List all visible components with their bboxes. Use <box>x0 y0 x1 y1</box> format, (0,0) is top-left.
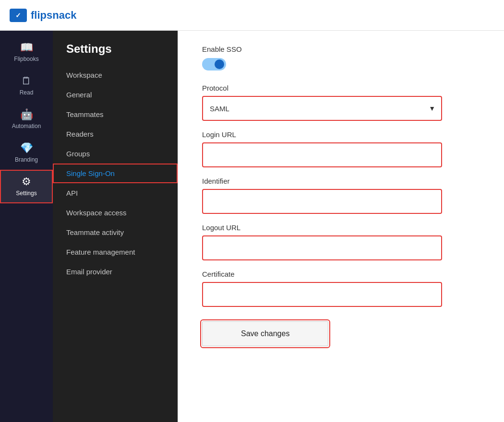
identifier-label: Identifier <box>202 177 442 185</box>
sidebar-item-automation[interactable]: 🤖 Automation <box>0 103 53 136</box>
logo-icon <box>10 9 27 22</box>
sidebar-item-read[interactable]: 🗒 Read <box>0 69 53 103</box>
save-changes-button[interactable]: Save changes <box>202 321 328 346</box>
protocol-field: Protocol SAML OAuth LDAP ▼ <box>202 84 442 121</box>
flipbooks-icon: 📖 <box>20 42 33 53</box>
enable-sso-label: Enable SSO <box>202 45 442 53</box>
save-button-wrapper: Save changes <box>202 321 328 346</box>
automation-icon: 🤖 <box>20 109 33 120</box>
menu-item-api[interactable]: API <box>53 183 178 203</box>
settings-icon: ⚙ <box>22 176 31 187</box>
certificate-input[interactable] <box>202 282 442 307</box>
sidebar-item-branding[interactable]: 💎 Branding <box>0 136 53 170</box>
logout-url-label: Logout URL <box>202 223 442 232</box>
logout-url-field: Logout URL <box>202 223 442 260</box>
menu-item-email-provider[interactable]: Email provider <box>53 262 178 281</box>
flipbooks-label: Flipbooks <box>14 56 38 62</box>
menu-item-teammates[interactable]: Teammates <box>53 105 178 124</box>
protocol-select-wrapper: SAML OAuth LDAP ▼ <box>202 96 442 121</box>
identifier-input[interactable] <box>202 189 442 214</box>
sidebar-item-settings[interactable]: ⚙ Settings <box>0 170 53 203</box>
menu-item-groups[interactable]: Groups <box>53 144 178 164</box>
logo: flipsnack <box>10 9 76 22</box>
main-layout: 📖 Flipbooks 🗒 Read 🤖 Automation 💎 Brandi… <box>0 31 504 422</box>
menu-item-workspace-access[interactable]: Workspace access <box>53 203 178 223</box>
menu-item-feature-management[interactable]: Feature management <box>53 242 178 262</box>
menu-item-general[interactable]: General <box>53 85 178 105</box>
enable-sso-container: Enable SSO <box>202 45 442 72</box>
settings-sidebar: Settings Workspace General Teammates Rea… <box>53 31 178 422</box>
identifier-field: Identifier <box>202 177 442 214</box>
sidebar-item-flipbooks[interactable]: 📖 Flipbooks <box>0 35 53 69</box>
protocol-label: Protocol <box>202 84 442 92</box>
sso-toggle[interactable] <box>202 58 226 70</box>
icon-sidebar: 📖 Flipbooks 🗒 Read 🤖 Automation 💎 Brandi… <box>0 31 53 422</box>
sso-form: Enable SSO Protocol SAML OAuth LDAP ▼ <box>202 45 442 346</box>
certificate-field: Certificate <box>202 270 442 307</box>
menu-item-readers[interactable]: Readers <box>53 124 178 144</box>
login-url-field: Login URL <box>202 130 442 167</box>
content-area: Enable SSO Protocol SAML OAuth LDAP ▼ <box>178 31 504 422</box>
read-icon: 🗒 <box>21 76 32 86</box>
login-url-input[interactable] <box>202 142 442 167</box>
header: flipsnack <box>0 0 504 31</box>
certificate-label: Certificate <box>202 270 442 278</box>
settings-title: Settings <box>53 42 178 65</box>
protocol-select[interactable]: SAML OAuth LDAP <box>202 96 442 121</box>
logo-text: flipsnack <box>31 9 76 22</box>
login-url-label: Login URL <box>202 130 442 139</box>
read-label: Read <box>20 89 34 96</box>
menu-item-single-sign-on[interactable]: Single Sign-On <box>53 164 178 183</box>
branding-icon: 💎 <box>20 143 33 153</box>
toggle-slider <box>202 58 226 70</box>
menu-item-teammate-activity[interactable]: Teammate activity <box>53 223 178 242</box>
logout-url-input[interactable] <box>202 235 442 260</box>
settings-label: Settings <box>16 190 36 197</box>
menu-item-workspace[interactable]: Workspace <box>53 65 178 85</box>
branding-label: Branding <box>15 156 38 163</box>
automation-label: Automation <box>12 123 41 129</box>
